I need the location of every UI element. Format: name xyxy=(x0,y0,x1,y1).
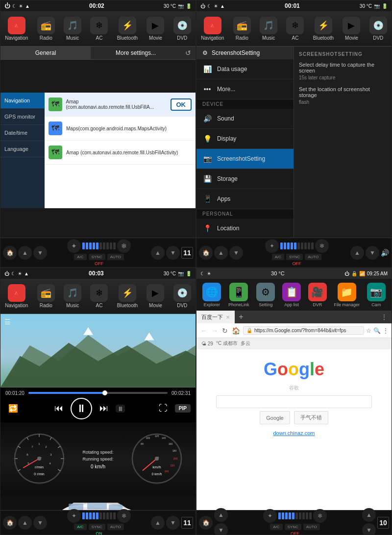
screenshot-delay-item[interactable]: Select delay time to capture the screen … xyxy=(299,62,387,80)
q4-right-up[interactable]: ▲ xyxy=(362,508,376,522)
home-nav-button[interactable]: 🏠 xyxy=(231,327,241,335)
forward-button[interactable]: → xyxy=(210,327,219,335)
q2-ac-btn[interactable]: A/C xyxy=(272,254,284,260)
refresh-button[interactable]: ↻ xyxy=(221,327,229,335)
q2-up-button[interactable]: ▲ xyxy=(214,246,228,260)
nav-item-bluetooth[interactable]: ⚡ Bluetooth xyxy=(117,17,138,41)
q3-right-up[interactable]: ▲ xyxy=(151,516,165,530)
home-button[interactable]: 🏠 xyxy=(3,246,17,260)
launcher-dvr[interactable]: 🎥 DVR xyxy=(308,283,327,307)
q2-nav-music[interactable]: 🎵 Music xyxy=(260,17,277,41)
sidebar-item-gps[interactable]: GPS monitor xyxy=(0,109,45,125)
q2-sync-btn[interactable]: SYNC xyxy=(286,254,303,260)
launcher-setting[interactable]: ⚙ Setting xyxy=(256,283,275,307)
feeling-lucky-button[interactable]: 手气不错 xyxy=(294,411,328,424)
q2-right-up[interactable]: ▲ xyxy=(350,246,364,260)
search-button[interactable]: 🔍 xyxy=(373,327,381,334)
settings-item-more[interactable]: ••• More... xyxy=(196,79,294,99)
bookmark-button[interactable]: ☆ xyxy=(366,327,371,334)
settings-item-sound[interactable]: 🔊 Sound xyxy=(196,109,294,129)
app-item-0[interactable]: 🗺 Amap (com.autonavi.auto.remote.fill.Us… xyxy=(45,93,196,117)
q3-auto-btn[interactable]: AUTO xyxy=(107,524,124,530)
new-tab-button[interactable]: + xyxy=(235,311,247,323)
q2-nav-bt[interactable]: ⚡ Bluetooth xyxy=(313,17,334,41)
tab-more-settings[interactable]: More settings... xyxy=(91,47,181,59)
sync-button[interactable]: SYNC xyxy=(89,254,105,260)
browser-tab-baidu[interactable]: 百度一下 ✕ xyxy=(196,311,235,323)
nav-item-music[interactable]: 🎵 Music xyxy=(64,17,81,41)
repeat-button[interactable]: 🔁 xyxy=(5,401,21,416)
settings-item-data-usage[interactable]: 📊 Data usage xyxy=(196,59,294,79)
nav-item-dvd[interactable]: 💿 DVD xyxy=(173,17,191,41)
right-down-button[interactable]: ▼ xyxy=(166,246,180,260)
tab-general[interactable]: General xyxy=(0,47,91,59)
q3-ac-btn[interactable]: A/C xyxy=(74,524,86,530)
q3-nav-nav[interactable]: 🔺 Navigation xyxy=(5,284,28,308)
q2-down-button[interactable]: ▼ xyxy=(229,246,243,260)
tab-close-baidu[interactable]: ✕ xyxy=(226,315,230,320)
q3-nav-ac[interactable]: ❄ AC xyxy=(90,284,108,308)
q2-auto-btn[interactable]: AUTO xyxy=(305,254,321,260)
q3-right-down[interactable]: ▼ xyxy=(166,516,180,530)
q4-auto-btn[interactable]: AUTO xyxy=(303,524,320,530)
q3-sync-btn[interactable]: SYNC xyxy=(89,524,105,530)
settings-item-storage[interactable]: 💾 Storage xyxy=(196,169,294,189)
settings-item-screenshot[interactable]: 📷 ScreenshotSetting xyxy=(196,149,294,169)
launcher-applist[interactable]: 📋 App list xyxy=(282,283,301,307)
settings-item-location[interactable]: 📍 Location xyxy=(196,219,294,238)
url-bar[interactable]: 🔒 https://m.Google.com/?from=844b&vit=fp… xyxy=(243,326,364,335)
q2-nav-movie[interactable]: ▶ Movie xyxy=(343,17,360,41)
launcher-phonelink[interactable]: 📱 PhoneLink xyxy=(228,283,249,307)
q3-nav-bt[interactable]: ⚡ Bluetooth xyxy=(117,284,138,308)
launcher-explorer[interactable]: 🌐 Explorer xyxy=(202,283,221,307)
right-up-button[interactable]: ▲ xyxy=(151,246,165,260)
q2-nav-ac[interactable]: ❄ AC xyxy=(286,17,304,41)
nav-item-radio[interactable]: 📻 Radio xyxy=(37,17,55,41)
q2-home-button[interactable]: 🏠 xyxy=(199,246,213,260)
pip-button[interactable]: PIP xyxy=(175,404,191,413)
q3-down-btn[interactable]: ▼ xyxy=(33,516,47,530)
q2-nav-radio[interactable]: 📻 Radio xyxy=(233,17,251,41)
launcher-cam[interactable]: 📷 Cam xyxy=(367,283,386,307)
app-ok-button[interactable]: OK xyxy=(171,98,192,111)
fullscreen-button[interactable]: ⛶ xyxy=(155,401,171,416)
app-item-1[interactable]: 🗺 Maps(com.google.android.maps.MapsActiv… xyxy=(45,117,196,141)
sidebar-item-datetime[interactable]: Date/time xyxy=(0,125,45,141)
q2-nav-navigation[interactable]: 🔺 Navigation xyxy=(201,17,224,41)
settings-item-apps[interactable]: 📱 Apps xyxy=(196,189,294,209)
prev-button[interactable]: ⏮ xyxy=(51,401,67,416)
q3-up-btn[interactable]: ▲ xyxy=(18,516,32,530)
browser-menu-button[interactable]: ⋮ xyxy=(377,313,392,321)
launcher-filemanager[interactable]: 📁 File manager xyxy=(334,283,360,307)
google-search-input[interactable] xyxy=(216,395,372,408)
q4-sync-btn[interactable]: SYNC xyxy=(285,524,301,530)
tab-back-button[interactable]: ↺ xyxy=(181,47,196,59)
q4-right-down[interactable]: ▼ xyxy=(362,523,376,535)
q3-nav-movie[interactable]: ▶ Movie xyxy=(147,284,164,308)
q4-down-btn[interactable]: ▼ xyxy=(214,523,228,535)
up-button[interactable]: ▲ xyxy=(18,246,32,260)
sidebar-item-language[interactable]: Language xyxy=(0,141,45,157)
q3-progress-bar[interactable] xyxy=(28,392,168,394)
q3-nav-dvd[interactable]: 💿 DVD xyxy=(173,284,191,308)
nav-item-movie[interactable]: ▶ Movie xyxy=(147,17,164,41)
nav-item-navigation[interactable]: 🔺 Navigation xyxy=(5,17,28,41)
google-search-button[interactable]: Google xyxy=(260,411,290,424)
back-button[interactable]: ← xyxy=(199,327,208,335)
q4-ac-btn[interactable]: A/C xyxy=(270,524,282,530)
ac-button[interactable]: A/C xyxy=(74,254,86,260)
app-item-2[interactable]: 🗺 Amap (com.autonavi.auto.remote.fill.Us… xyxy=(45,141,196,165)
pause-button[interactable]: ⏸ xyxy=(71,398,92,419)
suggested-site-link[interactable]: down.chinaz.com xyxy=(273,430,315,436)
next-button[interactable]: ⏭ xyxy=(96,401,112,416)
browser-more-button[interactable]: ⋮ xyxy=(383,327,389,334)
playlist-mode-button[interactable]: ||| xyxy=(116,405,125,413)
q3-nav-music[interactable]: 🎵 Music xyxy=(64,284,81,308)
nav-item-ac[interactable]: ❄ AC xyxy=(90,17,108,41)
auto-button[interactable]: AUTO xyxy=(107,254,124,260)
q4-up-btn[interactable]: ▲ xyxy=(214,508,228,522)
screenshot-location-item[interactable]: Set the location of screenshot storage f… xyxy=(299,86,387,105)
video-menu-icon[interactable]: ☰ xyxy=(4,318,11,326)
down-button[interactable]: ▼ xyxy=(33,246,47,260)
q2-nav-dvd[interactable]: 💿 DVD xyxy=(369,17,387,41)
